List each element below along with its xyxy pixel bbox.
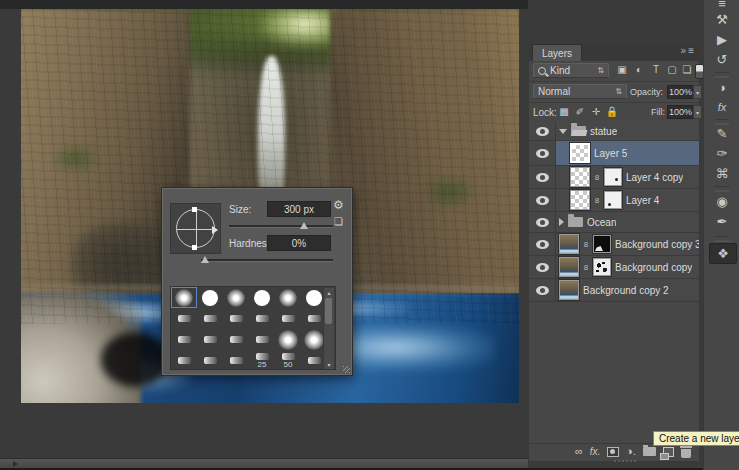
hardness-input[interactable]: 0%: [267, 235, 331, 251]
styles-panel-icon[interactable]: fx: [709, 98, 735, 117]
visibility-toggle[interactable]: [529, 141, 556, 165]
brush-presets-panel-icon[interactable]: ✑: [709, 144, 735, 163]
size-input[interactable]: 300 px: [267, 201, 331, 217]
brush-preset-sampled[interactable]: [275, 308, 301, 329]
swatches-panel-icon[interactable]: ◉: [709, 192, 735, 211]
clone-source-panel-icon[interactable]: ⌘: [709, 164, 735, 183]
visibility-toggle[interactable]: [529, 212, 556, 232]
brush-preset-sampled[interactable]: [197, 329, 223, 350]
link-layers-button[interactable]: ∞: [575, 445, 583, 459]
layer-row-bgcopy[interactable]: 8 Background copy: [529, 256, 699, 279]
new-layer-button[interactable]: [663, 445, 674, 459]
brush-preset-sampled[interactable]: [171, 308, 197, 329]
blend-mode-dropdown[interactable]: Normal ⇅: [533, 84, 627, 99]
paths-panel-icon[interactable]: ✒: [709, 212, 735, 231]
layer-mask-thumbnail[interactable]: [604, 191, 622, 209]
scroll-down-icon[interactable]: ▾: [324, 361, 334, 368]
brush-preset-sampled-50[interactable]: 50: [275, 350, 301, 371]
visibility-toggle[interactable]: [529, 233, 556, 255]
filter-type-icon[interactable]: T: [649, 64, 663, 75]
brush-preset-sampled[interactable]: [223, 308, 249, 329]
hardness-slider-thumb[interactable]: [201, 256, 209, 263]
lock-paint-icon[interactable]: ✐: [573, 106, 587, 117]
brush-preset-hard-round[interactable]: [197, 287, 223, 308]
brush-panel-icon[interactable]: ✎: [709, 124, 735, 143]
brush-preset-hard-round[interactable]: [249, 287, 275, 308]
hardness-slider-track[interactable]: [201, 259, 333, 262]
layer-thumbnail[interactable]: [559, 234, 579, 254]
layer-row-layer4[interactable]: 8 Layer 4: [529, 189, 699, 212]
visibility-toggle[interactable]: [529, 279, 556, 301]
angle-arrow-icon[interactable]: [212, 226, 218, 234]
brush-angle-control[interactable]: [170, 203, 221, 254]
popup-resize-grip[interactable]: [343, 366, 350, 373]
opacity-value[interactable]: 100%: [667, 85, 694, 99]
layer-thumbnail[interactable]: [570, 167, 590, 187]
layer-style-button[interactable]: fx.: [590, 445, 601, 459]
layer-row-bgcopy3[interactable]: 8 Background copy 3: [529, 233, 699, 256]
layer-thumbnail[interactable]: [559, 280, 579, 300]
brush-roundness-circle[interactable]: [176, 209, 215, 248]
size-slider-thumb[interactable]: [300, 222, 308, 229]
filter-pixel-icon[interactable]: ▣: [615, 64, 629, 75]
brush-preset-soft-round[interactable]: [171, 287, 197, 308]
visibility-toggle[interactable]: [529, 122, 556, 140]
delete-layer-button[interactable]: [681, 445, 691, 459]
filter-shape-icon[interactable]: ▢: [665, 64, 679, 75]
filter-smart-object-icon[interactable]: ❏: [680, 64, 694, 75]
tool-presets-panel-icon[interactable]: ⚒: [709, 10, 735, 29]
gear-icon[interactable]: ⚙: [333, 198, 344, 212]
preset-scrollbar[interactable]: ▴ ▾: [323, 288, 334, 369]
fill-dropdown-button[interactable]: ▾: [693, 105, 702, 119]
kind-filter-dropdown[interactable]: Kind ⇅: [533, 63, 609, 78]
brush-preset-sampled[interactable]: [171, 329, 197, 350]
layer-row-layer5[interactable]: Layer 5: [529, 141, 699, 166]
brush-preset-sampled[interactable]: [223, 329, 249, 350]
opacity-dropdown-button[interactable]: ▾: [693, 85, 702, 99]
layer-thumbnail[interactable]: [570, 143, 590, 163]
brush-preset-soft-round[interactable]: [223, 287, 249, 308]
layer-mask-thumbnail[interactable]: [593, 235, 611, 253]
actions-panel-icon[interactable]: ▶: [709, 30, 735, 49]
brush-preset-soft-round[interactable]: [275, 329, 301, 350]
layer-mask-thumbnail[interactable]: [604, 168, 622, 186]
group-collapsed-icon[interactable]: [559, 218, 564, 226]
brush-preset-sampled[interactable]: [171, 350, 197, 371]
lock-all-icon[interactable]: 🔒: [605, 106, 619, 117]
filter-adjustment-icon[interactable]: ◐: [632, 64, 646, 75]
layer-mask-thumbnail[interactable]: [593, 258, 611, 276]
panel-resize-grip[interactable]: [614, 460, 638, 462]
adjustment-layer-button[interactable]: ◑.: [626, 445, 636, 459]
layer-row-layer4copy[interactable]: 8 Layer 4 copy: [529, 166, 699, 189]
panel-launch-icon[interactable]: ❏: [334, 216, 343, 227]
group-expand-icon[interactable]: [559, 129, 567, 134]
layer-thumbnail[interactable]: [559, 257, 579, 277]
layer-row-bgcopy2[interactable]: Background copy 2: [529, 279, 699, 302]
lock-transparency-icon[interactable]: ▩: [557, 106, 571, 117]
layer-thumbnail[interactable]: [570, 190, 590, 210]
visibility-toggle[interactable]: [529, 189, 556, 211]
history-panel-icon[interactable]: ↺: [709, 50, 735, 69]
add-layer-mask-button[interactable]: [607, 445, 619, 459]
brush-preset-sampled[interactable]: [197, 308, 223, 329]
scroll-up-icon[interactable]: ▴: [324, 289, 334, 296]
visibility-toggle[interactable]: [529, 256, 556, 278]
size-slider[interactable]: [229, 222, 333, 230]
scrollbar-thumb[interactable]: [325, 298, 332, 324]
adjustments-panel-icon[interactable]: ◑: [709, 78, 735, 97]
layer-row-group-statue[interactable]: statue: [529, 122, 699, 141]
brush-preset-sampled-25[interactable]: 25: [249, 350, 275, 371]
fill-value[interactable]: 100%: [667, 105, 694, 119]
brush-preset-sampled[interactable]: [249, 329, 275, 350]
lock-position-icon[interactable]: ✛: [589, 106, 603, 117]
roundness-handle-top[interactable]: [192, 207, 197, 212]
brush-preset-sampled[interactable]: [249, 308, 275, 329]
brush-preset-sampled[interactable]: [223, 350, 249, 371]
roundness-handle-bottom[interactable]: [192, 245, 197, 250]
layers-panel-icon[interactable]: ❖: [709, 243, 737, 264]
scroll-arrow-icon[interactable]: [13, 461, 18, 467]
size-slider-track[interactable]: [229, 225, 333, 228]
layer-row-group-ocean[interactable]: Ocean: [529, 212, 699, 233]
panel-menu-icon[interactable]: ≡: [688, 45, 696, 56]
brush-preset-sampled[interactable]: [197, 350, 223, 371]
